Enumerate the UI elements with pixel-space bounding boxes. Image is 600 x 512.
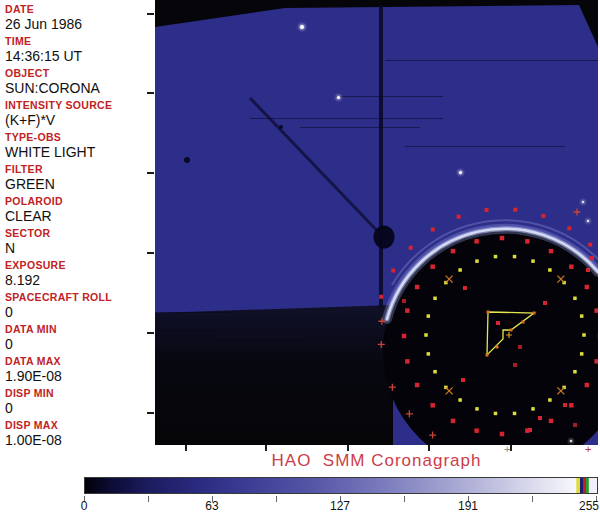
metadata-field: SECTORN <box>5 228 155 256</box>
main-red-ring-dot <box>405 359 410 364</box>
scatter-plus-mark <box>574 209 581 216</box>
metadata-value: 14:36:15 UT <box>5 49 155 64</box>
scatter-dot <box>402 299 406 303</box>
image-left-tick <box>147 412 154 414</box>
main-red-ring-dot <box>415 285 420 290</box>
yellow-ring-dot <box>458 398 462 402</box>
main-red-ring-dot <box>451 249 456 254</box>
metadata-field: INTENSITY SOURCE(K+F)*V <box>5 100 155 128</box>
metadata-value: 0 <box>5 337 155 352</box>
metadata-panel: DATE26 Jun 1986TIME14:36:15 UTOBJECTSUN:… <box>0 0 150 452</box>
main-red-ring-dot <box>549 419 554 424</box>
metadata-field: DISP MIN0 <box>5 388 155 416</box>
image-bottom-tick <box>428 445 430 451</box>
colorbar-tick <box>532 496 533 502</box>
metadata-label: SECTOR <box>5 228 155 239</box>
yellow-ring-dot <box>531 259 535 263</box>
scatter-dot <box>461 378 465 382</box>
yellow-ring-dot <box>580 352 584 356</box>
scatter-dot <box>528 428 532 432</box>
metadata-field: OBJECTSUN:CORONA <box>5 68 155 96</box>
main-red-ring-dot <box>569 264 574 269</box>
main-red-ring-dot <box>402 334 407 339</box>
metadata-value: SUN:CORONA <box>5 81 155 96</box>
metadata-label: DISP MIN <box>5 388 155 399</box>
yellow-ring-dot <box>475 259 479 263</box>
occulter-ball <box>374 226 395 249</box>
metadata-field: SPACECRAFT ROLL0 <box>5 292 155 320</box>
yellow-ring-dot <box>424 333 428 337</box>
metadata-label: DATA MIN <box>5 324 155 335</box>
yellow-ring-dot <box>582 333 586 337</box>
yellow-ring-dot <box>513 412 517 416</box>
metadata-label: OBJECT <box>5 68 155 79</box>
star-dot <box>587 220 589 222</box>
main-red-ring-dot <box>594 359 598 364</box>
main-red-ring-dot <box>594 308 598 313</box>
polygon-vertex-dot <box>522 321 525 324</box>
scatter-dot <box>538 416 542 420</box>
yellow-ring-dot <box>427 314 431 318</box>
metadata-value: N <box>5 241 155 256</box>
scatter-dot <box>586 268 590 272</box>
yellow-ring-dot <box>433 370 437 374</box>
scatter-dot <box>518 345 522 349</box>
yellow-ring-dot <box>475 407 479 411</box>
metadata-label: TYPE-OBS <box>5 132 155 143</box>
metadata-value: GREEN <box>5 177 155 192</box>
window: { "metadata_panel": { "label_color": "#b… <box>0 0 600 512</box>
outer-dot-ring-dot <box>513 208 517 212</box>
colorbar-tick-label: 63 <box>205 499 218 512</box>
outer-dot-ring-dot <box>409 246 413 250</box>
main-red-ring-dot <box>474 239 479 244</box>
metadata-value: 0 <box>5 305 155 320</box>
colorbar <box>84 477 598 494</box>
colorbar-tick <box>404 496 405 502</box>
colorbar-tick-label: 255 <box>579 499 599 512</box>
image-left-tick <box>147 252 154 254</box>
metadata-field: FILTERGREEN <box>5 164 155 192</box>
scatter-dot <box>573 423 577 427</box>
main-red-ring-dot <box>525 239 530 244</box>
star-dot <box>300 25 304 29</box>
main-red-ring-dot <box>585 285 590 290</box>
metadata-value: 1.00E-08 <box>5 433 155 448</box>
yellow-ring-dot <box>427 352 431 356</box>
outer-dot-ring-dot <box>457 215 461 219</box>
metadata-field: DATA MIN0 <box>5 324 155 352</box>
outer-dot-ring-dot <box>485 208 489 212</box>
metadata-field: DISP MAX1.00E-08 <box>5 420 155 448</box>
colorbar-tick <box>148 496 149 502</box>
yellow-ring-dot <box>513 255 517 258</box>
metadata-field: DATE26 Jun 1986 <box>5 4 155 32</box>
main-red-ring-dot <box>549 249 554 254</box>
outer-dot-ring-dot <box>391 269 395 273</box>
colorbar-tick-label: 0 <box>81 499 88 512</box>
main-red-ring-dot <box>451 419 456 424</box>
metadata-field: DATA MAX1.90E-08 <box>5 356 155 384</box>
yellow-ring-dot <box>494 255 498 258</box>
metadata-field: TIME14:36:15 UT <box>5 36 155 64</box>
annotation-overlay <box>155 0 598 445</box>
colorbar-tick <box>276 496 277 502</box>
fiducial-plus-mark: + <box>504 444 510 454</box>
main-red-ring-dot <box>430 264 435 269</box>
image-bottom-tick <box>185 445 187 451</box>
polygon-vertex-dot <box>486 354 489 357</box>
yellow-ring-dot <box>580 314 584 318</box>
main-red-ring-dot <box>430 403 435 408</box>
page-title: HAO SMM Coronagraph <box>155 451 598 471</box>
image-bottom-tick <box>347 445 349 451</box>
image-left-tick <box>147 172 154 174</box>
main-red-ring-dot <box>500 236 505 241</box>
pylon-shadow <box>379 5 383 308</box>
yellow-ring-dot <box>548 398 552 402</box>
colorbar-tick-label: 191 <box>458 499 478 512</box>
image-left-tick <box>147 92 154 94</box>
main-red-ring-dot <box>569 403 574 408</box>
metadata-label: SPACECRAFT ROLL <box>5 292 155 303</box>
polygon-vertex-dot <box>487 311 490 314</box>
metadata-value: WHITE LIGHT <box>5 145 155 160</box>
support-arm-shadow <box>250 98 385 239</box>
yellow-ring-dot <box>433 297 437 301</box>
